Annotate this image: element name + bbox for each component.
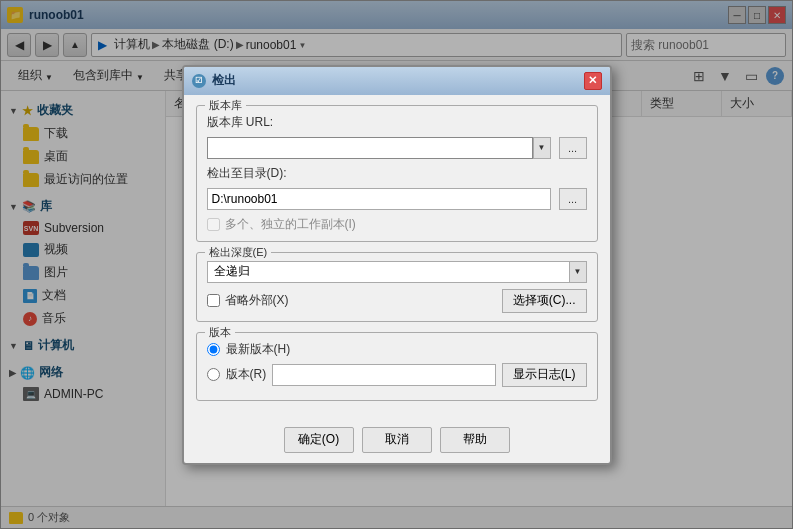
depth-combo[interactable] [207,261,587,283]
depth-section-label: 检出深度(E) [205,245,272,260]
repo-browse-button[interactable]: ... [559,137,587,159]
version-section-label: 版本 [205,325,235,340]
help-button[interactable]: 帮助 [440,427,510,453]
checkout-dialog: ☑ 检出 ✕ 版本库 版本库 URL: ... 检出至目录(D [182,65,612,465]
depth-input[interactable] [207,261,569,283]
latest-version-radio[interactable] [207,343,220,356]
repo-url-input[interactable] [207,137,533,159]
cancel-button[interactable]: 取消 [362,427,432,453]
checkout-dir-label: 检出至目录(D): [207,165,287,182]
version-radio-label: 版本(R) [226,366,267,383]
version-section: 版本 最新版本(H) 版本(R) 显示日志(L) [196,332,598,401]
dialog-title-bar: ☑ 检出 ✕ [184,67,610,95]
multi-wc-checkbox [207,218,220,231]
dialog-body: 版本库 版本库 URL: ... 检出至目录(D): ... [184,95,610,421]
dialog-footer: 确定(O) 取消 帮助 [184,421,610,463]
multi-wc-label: 多个、独立的工作副本(I) [225,216,356,233]
repo-url-input-row: ... [207,137,587,159]
version-radio[interactable] [207,368,220,381]
checkout-dir-input-row: ... [207,188,587,210]
select-options-button[interactable]: 选择项(C)... [502,289,587,313]
checkout-dir-row: 检出至目录(D): [207,165,587,182]
version-input[interactable] [272,364,496,386]
show-log-button[interactable]: 显示日志(L) [502,363,587,387]
depth-dropdown[interactable] [569,261,587,283]
repo-section: 版本库 版本库 URL: ... 检出至目录(D): ... [196,105,598,242]
depth-section: 检出深度(E) 省略外部(X) 选择项(C)... [196,252,598,322]
skip-checkbox-group: 省略外部(X) [207,292,289,309]
version-row: 版本(R) 显示日志(L) [207,363,587,387]
repo-url-row: 版本库 URL: [207,114,587,131]
repo-url-label: 版本库 URL: [207,114,274,131]
dialog-icon: ☑ [192,74,206,88]
multi-wc-row: 多个、独立的工作副本(I) [207,216,587,233]
repo-url-combo[interactable] [207,137,551,159]
repo-url-dropdown[interactable] [533,137,551,159]
skip-row: 省略外部(X) 选择项(C)... [207,289,587,313]
dialog-close-button[interactable]: ✕ [584,72,602,90]
modal-overlay: ☑ 检出 ✕ 版本库 版本库 URL: ... 检出至目录(D [0,0,793,529]
repo-section-label: 版本库 [205,98,246,113]
skip-label: 省略外部(X) [225,292,289,309]
latest-version-row: 最新版本(H) [207,341,587,358]
checkout-dir-input[interactable] [207,188,551,210]
depth-combo-row [207,261,587,283]
checkout-dir-browse-button[interactable]: ... [559,188,587,210]
ok-button[interactable]: 确定(O) [284,427,354,453]
skip-checkbox[interactable] [207,294,220,307]
latest-version-label: 最新版本(H) [226,341,291,358]
dialog-title-text: 检出 [212,72,578,89]
